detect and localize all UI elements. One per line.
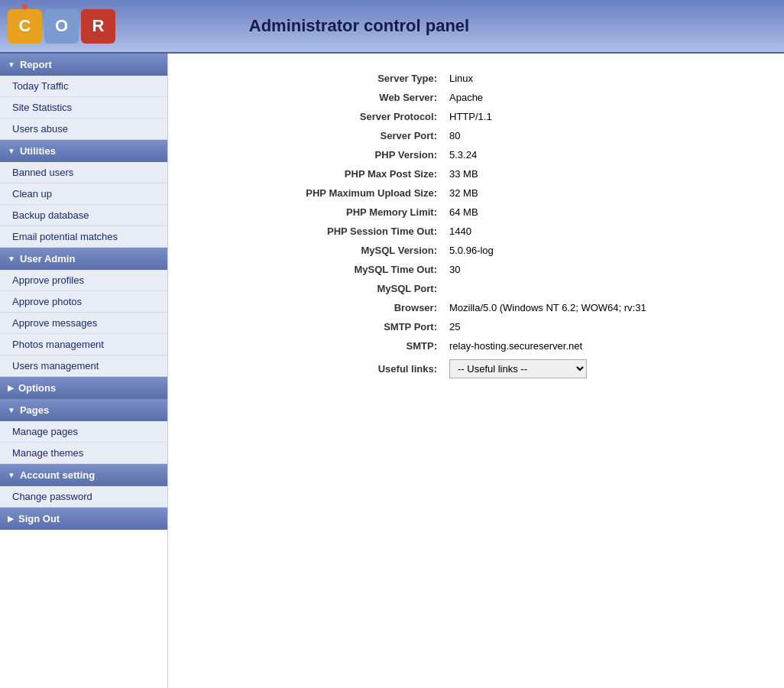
sidebar-item-clean-up[interactable]: Clean up	[0, 183, 167, 205]
logo-piece-r: R	[81, 9, 115, 44]
info-value: HTTP/1.1	[443, 107, 653, 126]
info-label: SMTP Port:	[300, 317, 443, 336]
info-value: -- Useful links --	[443, 355, 653, 382]
sidebar-section-label: Account setting	[20, 469, 95, 481]
info-label: MySQL Port:	[300, 279, 443, 298]
sidebar-section-label: Sign Out	[18, 513, 60, 524]
layout: ▼ReportToday TrafficSite StatisticsUsers…	[0, 54, 784, 688]
info-label: Server Type:	[300, 69, 443, 88]
logo-heart-icon: ♥	[21, 0, 29, 14]
info-value: relay-hosting.secureserver.net	[443, 336, 653, 355]
info-value: 33 MB	[443, 164, 653, 183]
sidebar-item-manage-themes[interactable]: Manage themes	[0, 443, 167, 464]
info-label: Useful links:	[300, 355, 443, 382]
arrow-icon: ▶	[8, 514, 14, 523]
sidebar-item-backup-database[interactable]: Backup database	[0, 205, 167, 226]
sidebar-section-options[interactable]: ▶Options	[0, 377, 167, 399]
sidebar-item-email-potential-matches[interactable]: Email potential matches	[0, 226, 167, 248]
info-value: 5.3.24	[443, 145, 653, 164]
info-row: PHP Maximum Upload Size:32 MB	[300, 183, 652, 203]
sidebar-item-approve-messages[interactable]: Approve messages	[0, 313, 167, 334]
info-label: Server Port:	[300, 126, 443, 145]
info-row: MySQL Version:5.0.96-log	[300, 241, 652, 260]
info-row: Useful links:-- Useful links --	[300, 355, 652, 382]
sidebar-item-users-abuse[interactable]: Users abuse	[0, 118, 167, 140]
info-value: Linux	[443, 69, 653, 88]
sidebar-section-utilities[interactable]: ▼Utilities	[0, 140, 167, 162]
main-content: Server Type:LinuxWeb Server:ApacheServer…	[168, 54, 784, 688]
info-label: PHP Session Time Out:	[300, 222, 443, 241]
header-title: Administrator control panel	[249, 16, 469, 35]
arrow-icon: ▼	[8, 255, 15, 263]
info-label: SMTP:	[300, 336, 443, 355]
info-value: 30	[443, 260, 653, 279]
info-row: Server Protocol:HTTP/1.1	[300, 107, 652, 126]
sidebar: ▼ReportToday TrafficSite StatisticsUsers…	[0, 54, 168, 688]
sidebar-item-change-password[interactable]: Change password	[0, 486, 167, 508]
info-value: Mozilla/5.0 (Windows NT 6.2; WOW64; rv:3…	[443, 298, 653, 317]
info-label: PHP Version:	[300, 145, 443, 164]
info-label: PHP Maximum Upload Size:	[300, 183, 443, 203]
sidebar-section-pages[interactable]: ▼Pages	[0, 399, 167, 421]
header-title-area: Administrator control panel	[118, 16, 776, 36]
info-row: Browser:Mozilla/5.0 (Windows NT 6.2; WOW…	[300, 298, 652, 317]
info-label: Browser:	[300, 298, 443, 317]
sidebar-section-label: User Admin	[20, 253, 75, 264]
sidebar-section-label: Options	[18, 382, 56, 394]
useful-links-select[interactable]: -- Useful links --	[449, 359, 587, 378]
arrow-icon: ▶	[8, 384, 14, 392]
sidebar-item-photos-management[interactable]: Photos management	[0, 334, 167, 355]
info-row: Server Type:Linux	[300, 69, 652, 88]
info-value: 5.0.96-log	[443, 241, 653, 260]
arrow-icon: ▼	[8, 406, 15, 414]
info-row: PHP Version:5.3.24	[300, 145, 652, 164]
sidebar-section-label: Utilities	[20, 145, 56, 157]
info-value: 64 MB	[443, 203, 653, 222]
info-row: SMTP Port:25	[300, 317, 652, 336]
info-value: 1440	[443, 222, 653, 241]
info-row: PHP Max Post Size:33 MB	[300, 164, 652, 183]
logo: ♥ C O R	[8, 9, 118, 44]
info-row: Web Server:Apache	[300, 88, 652, 107]
sidebar-section-account-setting[interactable]: ▼Account setting	[0, 464, 167, 486]
arrow-icon: ▼	[8, 471, 15, 479]
sidebar-item-approve-photos[interactable]: Approve photos	[0, 291, 167, 313]
info-label: MySQL Version:	[300, 241, 443, 260]
info-value: 80	[443, 126, 653, 145]
info-table: Server Type:LinuxWeb Server:ApacheServer…	[300, 69, 652, 382]
logo-piece-o: O	[44, 9, 79, 44]
info-row: PHP Memory Limit:64 MB	[300, 203, 652, 222]
sidebar-item-manage-pages[interactable]: Manage pages	[0, 421, 167, 443]
sidebar-item-users-management[interactable]: Users management	[0, 355, 167, 377]
sidebar-section-report[interactable]: ▼Report	[0, 54, 167, 76]
arrow-icon: ▼	[8, 60, 15, 69]
sidebar-item-today-traffic[interactable]: Today Traffic	[0, 76, 167, 97]
info-label: PHP Max Post Size:	[300, 164, 443, 183]
info-value	[443, 279, 653, 298]
info-row: Server Port:80	[300, 126, 652, 145]
header: ♥ C O R Administrator control panel	[0, 0, 784, 54]
info-label: Web Server:	[300, 88, 443, 107]
info-label: PHP Memory Limit:	[300, 203, 443, 222]
info-value: Apache	[443, 88, 653, 107]
logo-piece-c: ♥ C	[8, 9, 42, 44]
info-row: PHP Session Time Out:1440	[300, 222, 652, 241]
sidebar-item-site-statistics[interactable]: Site Statistics	[0, 97, 167, 118]
info-label: MySQL Time Out:	[300, 260, 443, 279]
info-value: 32 MB	[443, 183, 653, 203]
arrow-icon: ▼	[8, 147, 15, 155]
info-label: Server Protocol:	[300, 107, 443, 126]
sidebar-item-approve-profiles[interactable]: Approve profiles	[0, 270, 167, 291]
sidebar-section-sign-out[interactable]: ▶Sign Out	[0, 508, 167, 530]
sidebar-section-label: Pages	[20, 404, 49, 416]
info-row: MySQL Time Out:30	[300, 260, 652, 279]
info-row: MySQL Port:	[300, 279, 652, 298]
sidebar-item-banned-users[interactable]: Banned users	[0, 162, 167, 183]
sidebar-section-user-admin[interactable]: ▼User Admin	[0, 248, 167, 270]
info-row: SMTP:relay-hosting.secureserver.net	[300, 336, 652, 355]
info-value: 25	[443, 317, 653, 336]
sidebar-section-label: Report	[20, 59, 52, 70]
